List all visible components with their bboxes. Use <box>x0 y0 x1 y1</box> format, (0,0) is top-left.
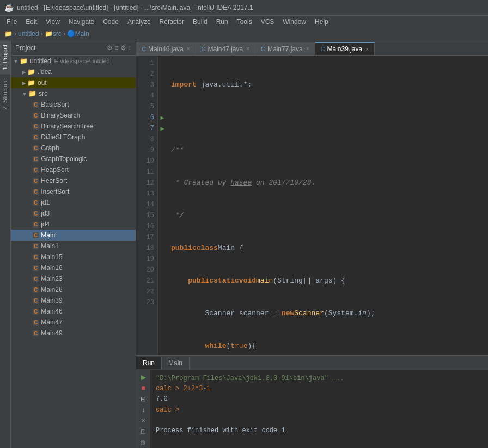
tab-icon: C <box>321 46 325 52</box>
tree-GraphTopologic[interactable]: CGraphTopologic <box>11 154 136 164</box>
out-icon: 📁 <box>27 79 35 87</box>
tree-Main[interactable]: CMain <box>11 230 136 241</box>
menu-item-view[interactable]: View <box>41 17 64 27</box>
idea-arrow: ▶ <box>22 69 26 75</box>
menu-item-run[interactable]: Run <box>212 17 233 27</box>
class-label: Main26 <box>41 286 62 293</box>
line-numbers: 1 2 3 4 5 6 7 8 9 10 11 12 13 14 15 16 1 <box>136 56 158 355</box>
menu-item-vcs[interactable]: VCS <box>257 17 279 27</box>
menu-item-window[interactable]: Window <box>278 17 310 27</box>
class-label: Main23 <box>41 275 62 283</box>
tree-DiJieSLTGraph[interactable]: CDiJieSLTGraph <box>11 132 136 143</box>
class-icon: C <box>33 124 39 130</box>
code-line-9: while(true){ <box>171 341 484 352</box>
run-button[interactable]: ▶ <box>138 372 148 382</box>
tab-Main77[interactable]: C Main77.java × <box>255 42 315 55</box>
sidebar-tab-structure[interactable]: Z: Structure <box>0 74 10 114</box>
line-7: 7 <box>136 123 154 134</box>
breadcrumb-src[interactable]: src <box>53 30 62 38</box>
tree-HeapSort[interactable]: CHeapSort <box>11 164 136 175</box>
class-label: HeapSort <box>41 166 69 174</box>
menu-item-analyze[interactable]: Analyze <box>123 17 155 27</box>
tree-BinarySearch[interactable]: CBinarySearch <box>11 110 136 121</box>
class-label: Main39 <box>41 297 62 304</box>
tree-Main1[interactable]: CMain1 <box>11 241 136 251</box>
tab-icon: C <box>202 46 206 52</box>
tree-out[interactable]: ▶ 📁 out <box>11 77 136 88</box>
code-editor[interactable]: 1 2 3 4 5 6 7 8 9 10 11 12 13 14 15 16 1 <box>136 56 488 355</box>
idea-label: .idea <box>38 68 52 76</box>
tree-Main49[interactable]: CMain49 <box>11 328 136 339</box>
breadcrumb-untitled[interactable]: untitled <box>18 30 39 38</box>
tab-close[interactable]: × <box>246 46 249 52</box>
tree-Main23[interactable]: CMain23 <box>11 273 136 284</box>
class-icon: C <box>33 265 39 271</box>
menu-item-code[interactable]: Code <box>99 17 123 27</box>
class-label: Main49 <box>41 329 62 337</box>
tree-Main39[interactable]: CMain39 <box>11 295 136 306</box>
stop-button[interactable]: ■ <box>138 383 148 393</box>
line-10: 10 <box>136 156 154 167</box>
class-icon: C <box>33 309 39 315</box>
sidebar-tab-project[interactable]: 1: Project <box>0 40 10 74</box>
tree-src[interactable]: ▼ 📁 src <box>11 88 136 99</box>
clear-button[interactable]: 🗑 <box>138 438 148 447</box>
code-line-4: * Created by hasee on 2017/10/28. <box>171 177 484 188</box>
class-icon: C <box>33 222 39 228</box>
line-14: 14 <box>136 199 154 210</box>
side-tabs: 1: Project Z: Structure <box>0 40 11 448</box>
menu-item-navigate[interactable]: Navigate <box>64 17 99 27</box>
class-label: Main15 <box>41 253 62 261</box>
tree-InsertSort[interactable]: CInsertSort <box>11 186 136 197</box>
tree-idea[interactable]: ▶ 📁 .idea <box>11 66 136 77</box>
tree-Main26[interactable]: CMain26 <box>11 284 136 295</box>
menu-item-edit[interactable]: Edit <box>21 17 41 27</box>
tree-jd3[interactable]: Cjd3 <box>11 208 136 219</box>
menu-item-refactor[interactable]: Refactor <box>155 17 188 27</box>
code-content[interactable]: import java.util.*; /** * Created by has… <box>167 56 488 355</box>
run-line-result: 7.0 <box>156 394 483 404</box>
tree-Graph[interactable]: CGraph <box>11 143 136 154</box>
tree-BasicSort[interactable]: CBasicSort <box>11 99 136 110</box>
tab-Main46[interactable]: C Main46.java × <box>136 42 196 55</box>
tab-Main39[interactable]: C Main39.java × <box>315 42 375 55</box>
wrap-button[interactable]: ⊡ <box>138 427 148 437</box>
tree-jd4[interactable]: Cjd4 <box>11 219 136 230</box>
menu-item-tools[interactable]: Tools <box>233 17 257 27</box>
class-label: Main16 <box>41 264 62 272</box>
breadcrumb: 📁 › untitled › 📁 src › 🔵 Main <box>0 27 488 40</box>
tree-Main46[interactable]: CMain46 <box>11 306 136 317</box>
menu-item-file[interactable]: File <box>2 17 21 27</box>
run-content: ▶ ■ ⊟ ↓ ✕ ⊡ 🗑 "D:\Program Files\Java\jdk… <box>136 370 488 448</box>
run-line-blank <box>156 415 483 426</box>
menu-item-build[interactable]: Build <box>188 17 212 27</box>
run-line-calc2: calc > <box>156 405 483 415</box>
tree-BinarySearchTree[interactable]: CBinarySearchTree <box>11 121 136 132</box>
tree-jd1[interactable]: Cjd1 <box>11 197 136 208</box>
tab-Main47[interactable]: C Main47.java × <box>196 42 256 55</box>
tree-Main16[interactable]: CMain16 <box>11 262 136 273</box>
menu-item-help[interactable]: Help <box>310 17 333 27</box>
app-icon: ☕ <box>4 3 14 12</box>
tab-close[interactable]: × <box>306 46 309 52</box>
run-tab-run[interactable]: Run <box>136 357 162 369</box>
right-area: C Main46.java × C Main47.java × C Main77… <box>136 40 488 448</box>
idea-icon: 📁 <box>27 68 35 76</box>
pause-button[interactable]: ⊟ <box>138 394 148 404</box>
tree-Main47[interactable]: CMain47 <box>11 317 136 328</box>
line-17: 17 <box>136 232 154 243</box>
line-3: 3 <box>136 79 154 90</box>
tree-root[interactable]: ▼ 📁 untitled E:\ideaspace\untitled <box>11 56 136 66</box>
run-tab-main[interactable]: Main <box>162 357 190 369</box>
run-tabs: Run Main <box>136 356 488 370</box>
class-label: jd4 <box>41 220 50 228</box>
tab-close[interactable]: × <box>187 46 190 52</box>
tab-label: Main39.java <box>327 45 363 53</box>
tree-Main15[interactable]: CMain15 <box>11 251 136 262</box>
tab-close[interactable]: × <box>365 46 369 52</box>
tab-label: Main77.java <box>267 45 303 53</box>
scroll-down-button[interactable]: ↓ <box>138 405 148 415</box>
close-panel-button[interactable]: ✕ <box>138 416 148 426</box>
tree-HeerSort[interactable]: CHeerSort <box>11 175 136 186</box>
breadcrumb-main[interactable]: Main <box>75 30 89 38</box>
